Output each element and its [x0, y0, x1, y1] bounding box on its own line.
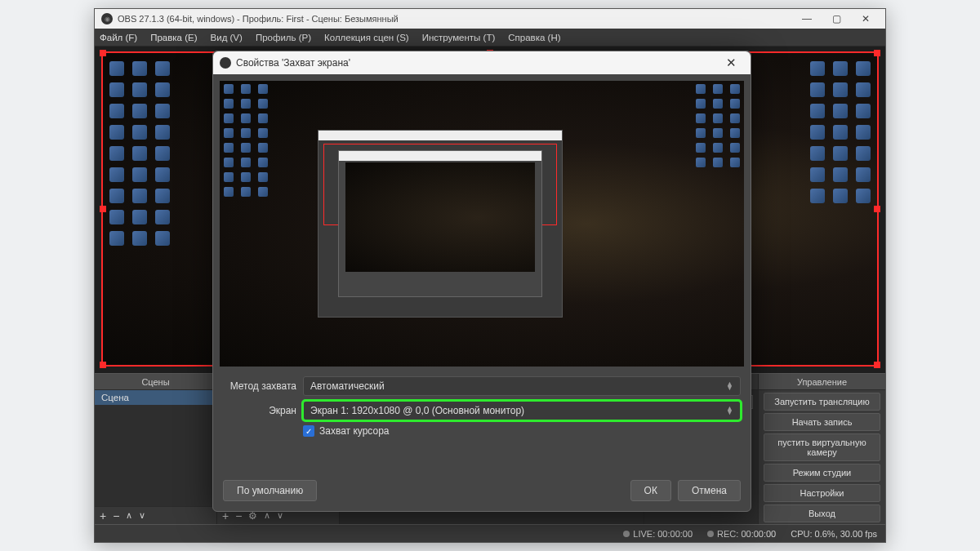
start-record-button[interactable]: Начать запись — [764, 413, 880, 431]
capture-cursor-label: Захват курсора — [319, 425, 389, 437]
start-stream-button[interactable]: Запустить трансляцию — [764, 393, 880, 411]
controls-dock: Управление Запустить трансляцию Начать з… — [759, 374, 885, 524]
menu-bar: Файл (F) Правка (E) Вид (V) Профиль (P) … — [95, 29, 885, 47]
screen-label: Экран — [223, 405, 296, 416]
menu-edit[interactable]: Правка (E) — [150, 33, 197, 42]
scenes-tab[interactable]: Сцены — [95, 374, 216, 390]
scene-down-icon[interactable]: ∨ — [139, 510, 145, 521]
minimize-button[interactable]: — — [792, 10, 822, 28]
menu-profile[interactable]: Профиль (P) — [256, 33, 311, 42]
settings-button[interactable]: Настройки — [764, 484, 880, 502]
dialog-close-button[interactable]: ✕ — [718, 56, 744, 70]
cancel-button[interactable]: Отмена — [678, 480, 741, 501]
properties-dialog: Свойства 'Захват экрана' ✕ Метод захвата… — [212, 51, 751, 512]
scenes-dock: Сцены Сцена + − ∧ ∨ — [95, 374, 217, 524]
capture-method-select[interactable]: Автоматический ▲▼ — [303, 376, 741, 396]
maximize-button[interactable]: ▢ — [822, 10, 851, 28]
dialog-title: Свойства 'Захват экрана' — [236, 57, 350, 69]
window-title: OBS 27.1.3 (64-bit, windows) - Профиль: … — [118, 14, 399, 24]
menu-tools[interactable]: Инструменты (T) — [422, 33, 496, 42]
title-bar: ◉ OBS 27.1.3 (64-bit, windows) - Профиль… — [95, 9, 885, 29]
screen-select[interactable]: Экран 1: 1920x1080 @ 0,0 (Основной монит… — [303, 401, 741, 420]
defaults-button[interactable]: По умолчанию — [223, 480, 317, 501]
obs-logo-icon: ◉ — [101, 13, 113, 24]
dialog-title-bar: Свойства 'Захват экрана' ✕ — [213, 51, 751, 74]
start-vcam-button[interactable]: пустить виртуальную камеру — [764, 433, 880, 461]
scenes-toolbar: + − ∧ ∨ — [95, 506, 216, 524]
close-button[interactable]: ✕ — [851, 10, 880, 28]
status-live: LIVE: 00:00:00 — [623, 529, 693, 539]
status-cpu: CPU: 0.6%, 30.00 fps — [791, 529, 877, 539]
capture-cursor-checkbox[interactable]: ✓ — [303, 425, 314, 437]
remove-scene-icon[interactable]: − — [113, 509, 119, 522]
menu-scene-collection[interactable]: Коллекция сцен (S) — [324, 33, 409, 42]
add-scene-icon[interactable]: + — [100, 509, 106, 522]
menu-help[interactable]: Справка (H) — [508, 33, 560, 42]
ok-button[interactable]: ОК — [630, 480, 671, 501]
controls-tab: Управление — [759, 374, 885, 390]
menu-file[interactable]: Файл (F) — [100, 33, 137, 42]
scene-item[interactable]: Сцена — [95, 390, 216, 405]
dialog-form: Метод захвата Автоматический ▲▼ Экран Эк… — [213, 373, 751, 440]
capture-method-label: Метод захвата — [223, 380, 296, 392]
exit-button[interactable]: Выход — [764, 504, 880, 522]
scene-up-icon[interactable]: ∧ — [126, 510, 132, 521]
dialog-preview — [220, 81, 744, 367]
menu-view[interactable]: Вид (V) — [211, 33, 243, 42]
studio-mode-button[interactable]: Режим студии — [764, 464, 880, 482]
dialog-buttons: По умолчанию ОК Отмена — [213, 470, 751, 511]
status-bar: LIVE: 00:00:00 REC: 00:00:00 CPU: 0.6%, … — [95, 524, 885, 542]
status-rec: REC: 00:00:00 — [707, 529, 776, 539]
obs-logo-icon — [220, 57, 231, 69]
